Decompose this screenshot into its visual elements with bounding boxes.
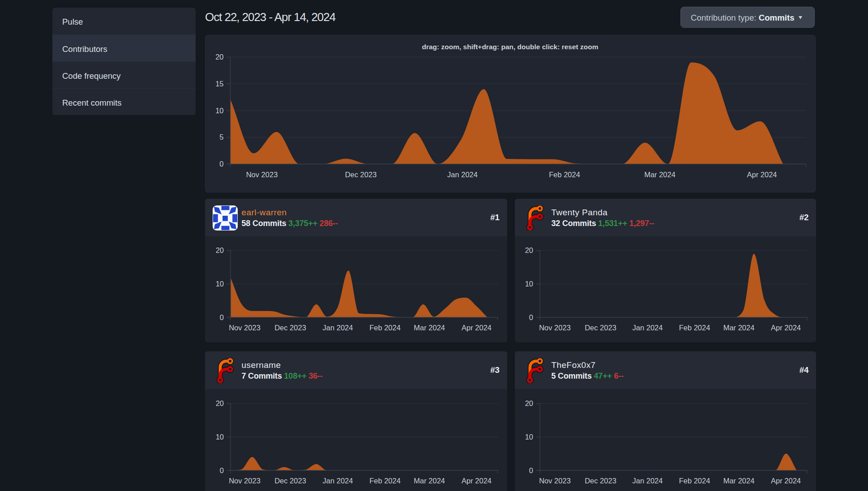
svg-text:Nov 2023: Nov 2023 (539, 477, 571, 485)
svg-text:Jan 2024: Jan 2024 (322, 324, 353, 332)
svg-text:Jan 2024: Jan 2024 (632, 477, 663, 485)
svg-text:10: 10 (215, 433, 223, 441)
svg-text:Mar 2024: Mar 2024 (414, 477, 445, 485)
svg-text:0: 0 (219, 160, 223, 168)
svg-text:Feb 2024: Feb 2024 (549, 171, 580, 179)
svg-text:Feb 2024: Feb 2024 (369, 324, 401, 332)
svg-text:Dec 2023: Dec 2023 (274, 477, 306, 485)
svg-text:15: 15 (215, 80, 223, 88)
svg-text:Nov 2023: Nov 2023 (229, 324, 261, 332)
svg-text:Apr 2024: Apr 2024 (462, 477, 492, 485)
svg-text:Apr 2024: Apr 2024 (462, 324, 492, 332)
svg-text:Mar 2024: Mar 2024 (723, 324, 754, 332)
svg-text:10: 10 (215, 107, 223, 115)
svg-text:20: 20 (525, 246, 533, 254)
svg-text:Nov 2023: Nov 2023 (229, 477, 261, 485)
svg-text:Feb 2024: Feb 2024 (679, 477, 710, 485)
svg-text:20: 20 (525, 399, 533, 407)
svg-text:Nov 2023: Nov 2023 (539, 324, 571, 332)
svg-text:Mar 2024: Mar 2024 (644, 171, 676, 179)
svg-text:Jan 2024: Jan 2024 (447, 171, 478, 179)
svg-text:Dec 2023: Dec 2023 (274, 324, 306, 332)
svg-text:Mar 2024: Mar 2024 (723, 477, 754, 485)
svg-text:5: 5 (219, 133, 223, 141)
svg-text:20: 20 (215, 399, 223, 407)
svg-text:0: 0 (219, 313, 223, 321)
svg-text:Apr 2024: Apr 2024 (747, 171, 777, 179)
svg-text:Dec 2023: Dec 2023 (345, 171, 377, 179)
svg-text:10: 10 (525, 433, 533, 441)
svg-text:Nov 2023: Nov 2023 (246, 171, 278, 179)
svg-text:Apr 2024: Apr 2024 (771, 324, 801, 332)
svg-text:0: 0 (529, 313, 533, 321)
svg-text:Jan 2024: Jan 2024 (632, 324, 663, 332)
svg-text:Dec 2023: Dec 2023 (585, 477, 616, 485)
svg-text:Dec 2023: Dec 2023 (585, 324, 616, 332)
svg-text:20: 20 (215, 53, 223, 61)
svg-text:Jan 2024: Jan 2024 (322, 477, 353, 485)
svg-text:0: 0 (529, 466, 533, 474)
svg-text:10: 10 (215, 280, 223, 288)
svg-text:Mar 2024: Mar 2024 (414, 324, 445, 332)
svg-text:Feb 2024: Feb 2024 (679, 324, 710, 332)
svg-text:0: 0 (219, 466, 223, 474)
svg-text:20: 20 (215, 246, 223, 254)
svg-text:10: 10 (525, 280, 533, 288)
svg-text:Feb 2024: Feb 2024 (369, 477, 401, 485)
svg-text:Apr 2024: Apr 2024 (771, 477, 801, 485)
